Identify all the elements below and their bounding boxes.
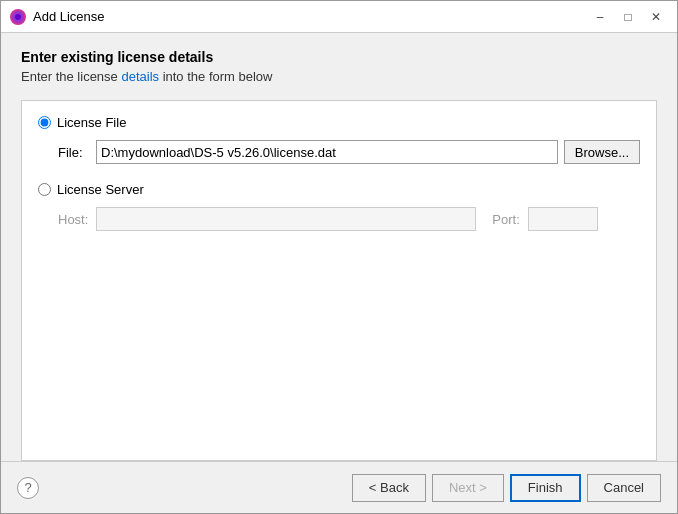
license-server-radio[interactable] [38,183,51,196]
form-section: License File File: Browse... License Ser… [21,100,657,461]
host-port-row: Host: Port: [58,207,640,231]
close-button[interactable]: ✕ [643,6,669,28]
next-button[interactable]: Next > [432,474,504,502]
license-file-radio[interactable] [38,116,51,129]
add-license-window: Add License – □ ✕ Enter existing license… [0,0,678,514]
svg-point-2 [15,14,21,20]
subtitle-plain: Enter the license [21,69,121,84]
host-input [96,207,476,231]
window-controls: – □ ✕ [587,6,669,28]
port-input [528,207,598,231]
host-label: Host: [58,212,88,227]
cancel-button[interactable]: Cancel [587,474,661,502]
back-button[interactable]: < Back [352,474,426,502]
file-label: File: [58,145,88,160]
file-input-row: File: Browse... [58,140,640,164]
bottom-bar: ? < Back Next > Finish Cancel [1,461,677,513]
maximize-button[interactable]: □ [615,6,641,28]
subtitle-rest: into the form below [159,69,272,84]
page-subtitle: Enter the license details into the form … [21,69,657,84]
page-title: Enter existing license details [21,49,657,65]
help-button[interactable]: ? [17,477,39,499]
browse-button[interactable]: Browse... [564,140,640,164]
license-file-radio-row[interactable]: License File [38,115,640,130]
title-bar: Add License – □ ✕ [1,1,677,33]
license-server-label[interactable]: License Server [57,182,144,197]
file-path-input[interactable] [96,140,558,164]
license-server-radio-row[interactable]: License Server [38,182,640,197]
app-icon [9,8,27,26]
port-label: Port: [492,212,519,227]
button-group: < Back Next > Finish Cancel [352,474,661,502]
license-file-label[interactable]: License File [57,115,126,130]
window-title: Add License [33,9,587,24]
content-area: Enter existing license details Enter the… [1,33,677,461]
minimize-button[interactable]: – [587,6,613,28]
finish-button[interactable]: Finish [510,474,581,502]
subtitle-link[interactable]: details [121,69,159,84]
